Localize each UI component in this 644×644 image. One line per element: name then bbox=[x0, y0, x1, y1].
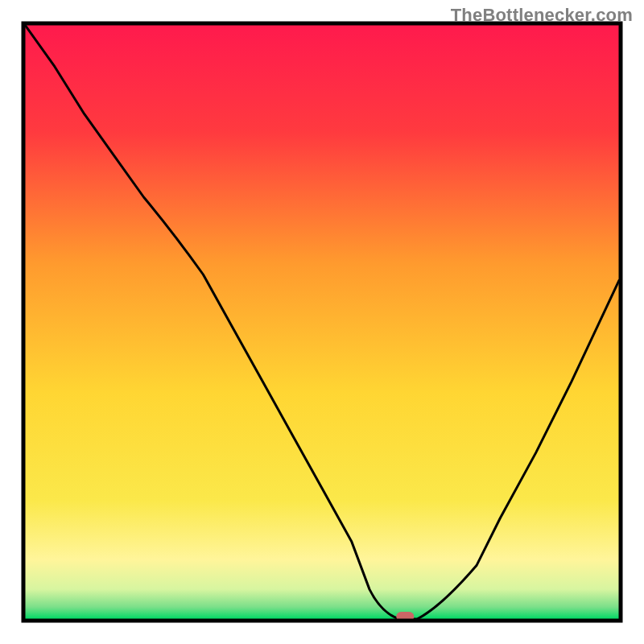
chart-root: TheBottlenecker.com bbox=[0, 0, 644, 644]
brand-watermark: TheBottlenecker.com bbox=[451, 5, 633, 26]
plot-background bbox=[25, 25, 619, 619]
chart-svg bbox=[0, 0, 644, 644]
